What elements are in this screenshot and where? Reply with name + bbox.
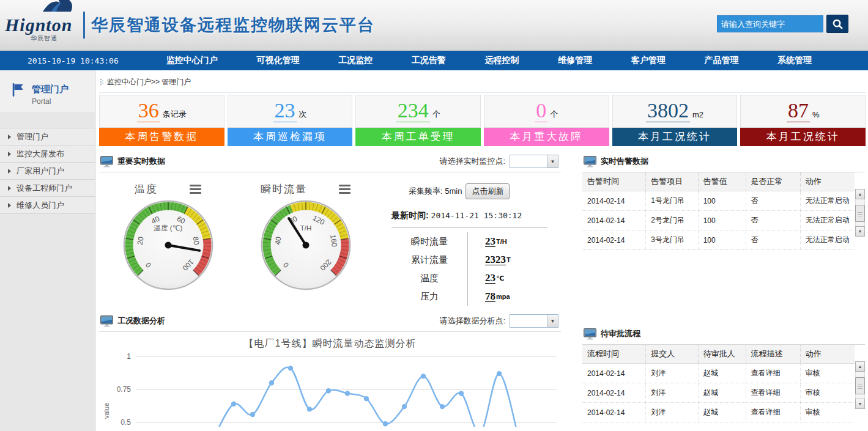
readout-unit: ℃ [496, 274, 504, 282]
chevron-down-icon: ▼ [547, 315, 558, 327]
table-cell[interactable]: 查看详细 [746, 403, 800, 422]
table-row[interactable]: 2014-02-143号龙门吊100否无法正常启动 [582, 230, 855, 250]
logo-subtext: 华辰智通 [13, 34, 75, 43]
scrollbar-track[interactable] [855, 199, 865, 226]
stat-unit: % [812, 110, 820, 119]
stat-card-label[interactable]: 本月工况统计 [740, 128, 866, 146]
navbar-timestamp: 2015-10-19 10:43:06 [0, 56, 147, 65]
scroll-down-icon[interactable]: ▼ [855, 226, 865, 237]
realtime-info-column: 采集频率: 5min 点击刷新 最新时间: 2014-11-21 15:30:1… [374, 175, 561, 306]
breadcrumb: 监控中心门户>> 管理门户 [99, 75, 867, 89]
svg-text:0.75: 0.75 [117, 385, 132, 394]
table-cell[interactable]: 审核 [800, 383, 855, 403]
alarm-table-scrollbar[interactable]: ▲ ▼ [855, 189, 865, 237]
sidebar-item-1[interactable]: 监控大屏发布 [0, 146, 95, 163]
chart-menu-icon[interactable] [339, 185, 351, 194]
table-cell[interactable]: 查看详细 [746, 364, 800, 383]
stat-card-label[interactable]: 本周告警数据 [99, 128, 224, 146]
realtime-panel-header: 重要实时数据 请选择实时监控点: ▼ [99, 152, 561, 172]
gauges-area: 温度020406080100温度 (℃)瞬时流量04080120160200T/… [99, 175, 374, 306]
chart-menu-icon[interactable] [190, 185, 201, 194]
table-cell: 刘洋 [646, 364, 698, 383]
nav-item-0[interactable]: 监控中心门户 [166, 55, 218, 66]
table-cell: 100 [698, 191, 746, 211]
logo[interactable]: Hignton 华辰智通 [0, 7, 80, 43]
approval-panel-title: 待审批流程 [601, 328, 640, 339]
chart-title: 【电厂1号线】瞬时流量动态监测分析 [99, 337, 561, 350]
logo-deer-icon [38, 0, 78, 12]
analysis-panel-header: 工况数据分析 请选择数据分析点: ▼ [99, 312, 561, 332]
table-row[interactable]: 2014-02-141号龙门吊100否无法正常启动 [582, 191, 855, 211]
nav-item-4[interactable]: 远程控制 [484, 55, 519, 66]
table-cell: 否 [746, 211, 800, 230]
readout-row-0: 瞬时流量23T/H [391, 232, 561, 251]
table-row[interactable]: 2014-02-14刘洋赵城查看详细审核 [582, 383, 855, 403]
monitor-icon [584, 328, 596, 340]
scrollbar-thumb[interactable] [855, 377, 865, 394]
monitor-icon [100, 156, 113, 168]
table-row[interactable]: 2014-02-14刘洋赵城查看详细审核 [582, 364, 855, 383]
scrollbar-track[interactable] [855, 372, 865, 399]
stat-card-1: 23次本周巡检漏项 [228, 95, 353, 146]
stat-value-area: 0个 [484, 95, 609, 128]
table-row[interactable]: 2014-02-142号龙门吊100否无法正常启动 [582, 211, 855, 230]
column-header: 动作 [800, 345, 855, 364]
stat-value: 23 [273, 100, 297, 122]
readout-row-3: 压力78mpa [391, 287, 561, 306]
nav-item-2[interactable]: 工况监控 [338, 55, 373, 66]
nav-item-1[interactable]: 可视化管理 [256, 55, 299, 66]
sidebar-item-0[interactable]: 管理门户 [0, 128, 95, 146]
stat-card-label[interactable]: 本月工况统计 [612, 128, 738, 146]
table-cell[interactable]: 查看详细 [746, 383, 800, 403]
nav-item-7[interactable]: 产品管理 [704, 55, 738, 66]
table-cell: 刘洋 [646, 403, 698, 422]
readout-label: 温度 [391, 273, 467, 284]
left-column: 重要实时数据 请选择实时监控点: ▼ 温度020406080100温度 (℃)瞬… [99, 152, 561, 429]
approval-table: 流程时间提交人待审批人流程描述动作2014-02-14刘洋赵城查看详细审核201… [582, 345, 855, 422]
readout-value: 2323 [485, 254, 506, 265]
scroll-down-icon[interactable]: ▼ [855, 399, 865, 409]
scroll-up-icon[interactable]: ▲ [855, 361, 865, 372]
scrollbar-thumb[interactable] [855, 205, 865, 222]
stat-card-label[interactable]: 本周巡检漏项 [228, 128, 353, 146]
nav-item-6[interactable]: 客户管理 [631, 55, 666, 66]
column-header: 告警值 [698, 172, 746, 191]
readout-value: 78 [485, 291, 495, 302]
latest-time-value: 2014-11-21 15:30:12 [431, 211, 522, 220]
realtime-panel-title: 重要实时数据 [117, 156, 165, 167]
sidebar-item-4[interactable]: 维修人员门户 [0, 197, 95, 214]
stat-unit: m2 [692, 110, 703, 119]
monitor-point-select[interactable]: ▼ [510, 155, 558, 168]
scroll-up-icon[interactable]: ▲ [855, 189, 865, 199]
nav-menu: 监控中心门户可视化管理工况监控工况告警远程控制维修管理客户管理产品管理系统管理 [147, 55, 868, 66]
table-cell[interactable]: 审核 [800, 364, 855, 383]
table-header-row: 流程时间提交人待审批人流程描述动作 [582, 345, 855, 364]
stat-value-area: 3802m2 [612, 95, 738, 128]
stat-unit: 个 [550, 109, 558, 120]
monitor-point-select-label: 请选择实时监控点: [439, 156, 505, 167]
main-navbar: 2015-10-19 10:43:06 监控中心门户可视化管理工况监控工况告警远… [0, 51, 868, 70]
stat-card-label[interactable]: 本月重大故障 [484, 128, 609, 146]
nav-item-3[interactable]: 工况告警 [412, 55, 446, 66]
readout-label: 累计流量 [391, 254, 467, 266]
stat-card-0: 36条记录本周告警数据 [99, 95, 224, 146]
chevron-down-icon: ▼ [547, 155, 558, 168]
table-cell[interactable]: 审核 [800, 403, 855, 422]
search-input[interactable] [717, 15, 823, 32]
stat-card-label[interactable]: 本周工单受理 [355, 128, 481, 146]
table-cell: 无法正常启动 [800, 230, 855, 250]
search-box [717, 15, 848, 33]
search-button[interactable] [826, 15, 848, 33]
table-cell: 2014-02-14 [582, 403, 646, 422]
analysis-point-select[interactable]: ▼ [510, 314, 558, 328]
sidebar-item-3[interactable]: 设备工程师门户 [0, 180, 95, 197]
svg-text:40: 40 [273, 236, 283, 246]
refresh-button[interactable]: 点击刷新 [466, 183, 510, 199]
nav-item-5[interactable]: 维修管理 [558, 55, 592, 66]
sidebar-item-2[interactable]: 厂家用户门户 [0, 163, 95, 180]
approval-table-scrollbar[interactable]: ▲ ▼ [855, 361, 865, 409]
table-row[interactable]: 2014-02-14刘洋赵城查看详细审核 [582, 403, 855, 422]
stat-card-3: 0个本月重大故障 [484, 95, 609, 146]
readout-label: 瞬时流量 [391, 236, 467, 248]
nav-item-8[interactable]: 系统管理 [777, 55, 812, 66]
